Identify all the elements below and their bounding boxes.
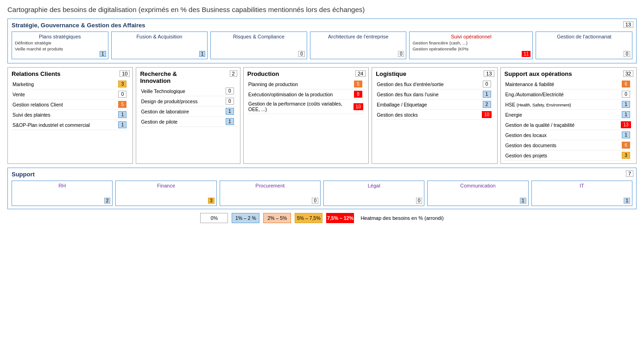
table-row: Marketing 3 xyxy=(12,79,129,89)
row-value: 1 xyxy=(116,110,129,120)
recherche-count: 2 xyxy=(230,70,237,77)
row-label: Marketing xyxy=(12,79,116,89)
support-procurement-title: Procurement xyxy=(223,183,317,188)
support-legal-count: 0 xyxy=(416,198,423,204)
support-finance-title: Finance xyxy=(119,183,213,188)
support-row: RH 2 Finance 3 Procurement 0 Légal 0 Com… xyxy=(12,181,632,206)
row-value: 10 xyxy=(480,110,493,120)
support-legal: Légal 0 xyxy=(323,181,424,206)
logistique-table: Gestion des flux d'entrée/sortie 0 Gesti… xyxy=(376,79,493,120)
strat-fusion-count: 1 xyxy=(199,51,206,57)
support-section: Support 7 RH 2 Finance 3 Procurement 0 L… xyxy=(7,168,637,209)
row-value: 6 xyxy=(619,79,632,89)
strat-actionnariat-count: 0 xyxy=(624,51,630,57)
row-value: 0 xyxy=(619,89,632,100)
support-ops-table: Maintenance & fiabilité 6 Eng./Automatio… xyxy=(505,79,632,161)
table-row: Maintenance & fiabilité 6 xyxy=(505,79,632,89)
row-label: Suivi des plaintes xyxy=(12,110,116,120)
row-label: Maintenance & fiabilité xyxy=(505,79,619,89)
row-label: Gestion des stocks xyxy=(376,110,480,120)
strat-suivi-op: Suivi opérationnel Gestion financière (c… xyxy=(409,31,533,59)
row-label: Gestion de la performance (coûts variabl… xyxy=(247,100,352,114)
legend-item-3: 5% – 7,5% xyxy=(295,213,322,223)
strat-plans-sub2: Veille marché et produits xyxy=(15,46,105,51)
relations-clients-title: Relations Clients xyxy=(12,70,129,77)
table-row: Gestion des flux d'entrée/sortie 0 xyxy=(376,79,493,89)
section-relations-clients: Relations Clients 10 Marketing 3 Vente 0… xyxy=(7,67,133,164)
title-normal: (exprimés en % des Business capabilities… xyxy=(137,6,365,13)
support-count: 7 xyxy=(626,170,633,177)
row-label: Gestion des flux d'entrée/sortie xyxy=(376,79,480,89)
table-row: Gestion des stocks 10 xyxy=(376,110,493,120)
strat-plans-strategiques: Plans stratégiques Définition stratégie … xyxy=(12,31,108,59)
row-label: Gestion de la qualité / traçabilité xyxy=(505,120,619,130)
row-value: 6 xyxy=(619,140,632,150)
row-label: Exécution/optimisation de la production xyxy=(247,89,352,100)
row-value: 1 xyxy=(619,110,632,120)
row-label: Veille Technologique xyxy=(140,86,223,96)
strat-plans-sub1: Définition stratégie xyxy=(15,40,105,45)
support-header: Support xyxy=(12,171,632,178)
table-row: Gestion de laboratoire 1 xyxy=(140,106,236,117)
row-label: Planning de production xyxy=(247,79,352,89)
row-label: Vente xyxy=(12,89,116,100)
table-row: Vente 0 xyxy=(12,89,129,100)
table-row: S&OP-Plan industriel et commercial 1 xyxy=(12,120,129,130)
row-value: 1 xyxy=(223,117,236,127)
row-value: 3 xyxy=(116,79,129,89)
production-count: 24 xyxy=(355,70,366,77)
row-value: 0 xyxy=(223,86,236,96)
support-rh-title: RH xyxy=(15,183,109,188)
legend: 0% 1% – 2 % 2% – 5% 5% – 7,5% 7,5% – 12%… xyxy=(7,213,637,223)
logistique-count: 13 xyxy=(484,70,494,77)
legend-description: Heatmap des besoins en % (arrondi) xyxy=(360,215,443,221)
legend-item-1: 1% – 2 % xyxy=(232,213,259,223)
strategie-count: 13 xyxy=(623,21,633,28)
row-value: 0 xyxy=(480,79,493,89)
section-logistique: Logistique 13 Gestion des flux d'entrée/… xyxy=(372,67,497,164)
support-it-count: 1 xyxy=(624,198,630,204)
strat-architecture-title: Architecture de l'entreprise xyxy=(313,34,404,39)
row-label: Gestion de pilote xyxy=(140,117,223,127)
strategie-row: Plans stratégiques Définition stratégie … xyxy=(12,31,632,59)
row-value: 8 xyxy=(352,89,365,100)
row-value: 1 xyxy=(619,100,632,110)
section-production: Production 24 Planning de production 5 E… xyxy=(243,67,369,164)
strat-suivi-sub2: Gestion opérationnelle (KPIs xyxy=(412,46,530,51)
legend-box-0: 0% xyxy=(200,213,228,223)
row-value: 1 xyxy=(223,106,236,117)
legend-item-2: 2% – 5% xyxy=(263,213,291,223)
legend-box-3: 5% – 7,5% xyxy=(295,213,322,223)
table-row: Emballage / Etiquetage 2 xyxy=(376,100,493,110)
strat-plans-count: 1 xyxy=(100,51,106,57)
strat-fusion-title: Fusion & Acquisition xyxy=(114,34,205,39)
strat-suivi-title: Suivi opérationnel xyxy=(412,34,530,39)
row-value: 1 xyxy=(619,130,632,140)
row-value: 1 xyxy=(116,120,129,130)
table-row: Gestion de la performance (coûts variabl… xyxy=(247,100,365,114)
table-row: HSE (Health, Safety, Environment) 1 xyxy=(505,100,632,110)
row-label: Emballage / Etiquetage xyxy=(376,100,480,110)
strat-architecture: Architecture de l'entreprise 0 xyxy=(310,31,407,59)
support-communication-title: Communication xyxy=(430,183,525,188)
strat-architecture-count: 0 xyxy=(398,51,404,57)
legend-box-2: 2% – 5% xyxy=(263,213,291,223)
table-row: Gestion de la qualité / traçabilité 13 xyxy=(505,120,632,130)
relations-clients-count: 10 xyxy=(120,70,130,77)
support-finance-count: 3 xyxy=(208,198,215,204)
support-procurement: Procurement 0 xyxy=(220,181,321,206)
row-label: Gestion de laboratoire xyxy=(140,106,223,117)
table-row: Veille Technologique 0 xyxy=(140,86,236,96)
page-title: Cartographie des besoins de digitalisati… xyxy=(7,6,637,14)
row-label: Gestion des documents xyxy=(505,140,619,150)
strat-actionnariat-title: Gestion de l'actionnariat xyxy=(539,34,629,39)
row-label: HSE (Health, Safety, Environment) xyxy=(505,100,619,110)
strat-risques-count: 0 xyxy=(298,51,305,57)
strategie-section: Stratégie, Gouvernance & Gestion des Aff… xyxy=(7,19,637,63)
table-row: Gestion des locaux 1 xyxy=(505,130,632,140)
support-ops-title: Support aux opérations xyxy=(505,70,632,77)
row-label: Gestion des flux dans l'usine xyxy=(376,89,480,100)
recherche-table: Veille Technologique 0 Design de produit… xyxy=(140,86,236,127)
middle-row: Relations Clients 10 Marketing 3 Vente 0… xyxy=(7,67,637,164)
row-value: 2 xyxy=(480,100,493,110)
